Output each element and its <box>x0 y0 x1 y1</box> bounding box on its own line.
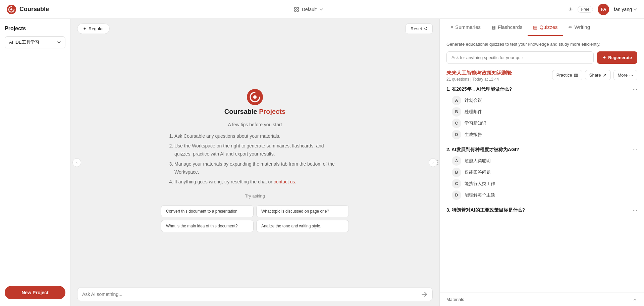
project-dropdown[interactable]: AI IDE工具学习 <box>5 36 65 48</box>
navbar-right: ☀ Free FA fan yang <box>568 4 637 15</box>
chat-input-area <box>70 282 439 306</box>
tab-quizzes[interactable]: ▤ Quizzes <box>528 19 563 36</box>
tips-title: A few tips before you start <box>168 121 342 129</box>
svg-point-1 <box>10 8 12 10</box>
quiz-question-2: 2. AI发展到何种程度才被称为AGI? ··· A 超越人类聪明 B 仅能回答… <box>446 147 637 200</box>
question-1-more-button[interactable]: ··· <box>633 86 637 92</box>
option-circle-c: C <box>452 179 461 188</box>
quiz-search-input[interactable] <box>446 51 594 64</box>
tip-item: Use the Workspace on the right to genera… <box>174 142 342 158</box>
option-circle-c: C <box>452 119 461 128</box>
contact-us-link[interactable]: contact us <box>274 179 295 184</box>
tab-flashcards-label: Flashcards <box>498 24 522 30</box>
option-text-c: 能执行人类工作 <box>465 181 495 187</box>
suggestion-button-2[interactable]: What is the main idea of this document? <box>161 220 254 232</box>
quizzes-icon: ▤ <box>533 25 537 30</box>
flashcards-icon: ▦ <box>491 25 496 30</box>
materials-bar[interactable]: Materials <box>440 293 644 306</box>
option-circle-b: B <box>452 107 461 117</box>
question-2-more-button[interactable]: ··· <box>633 147 637 153</box>
suggestion-button-3[interactable]: Analize the tone and writing style. <box>256 220 349 232</box>
suggestion-button-0[interactable]: Convert this document to a presentation. <box>161 205 254 217</box>
option-item: C 学习新知识 <box>452 119 637 128</box>
svg-rect-5 <box>297 10 299 11</box>
tab-writing-label: Writing <box>575 24 590 30</box>
tips-list: Ask Coursable any questions about your m… <box>168 132 342 186</box>
sidebar: Projects AI IDE工具学习 New Project <box>0 19 70 306</box>
more-ellipsis-icon: ··· <box>629 73 633 78</box>
coursable-logo-area: Coursable Projects <box>224 89 285 116</box>
quiz-question-3: 3. 特朗普对AI的主要政策目标是什么? ··· <box>446 207 637 213</box>
option-item: A 超越人类聪明 <box>452 156 637 166</box>
chat-input-wrapper <box>77 287 433 301</box>
sidebar-bottom: New Project <box>5 286 65 299</box>
tab-summaries[interactable]: ≡ Summaries <box>445 19 486 36</box>
coursable-brand-title: Coursable Projects <box>224 108 285 116</box>
option-circle-a: A <box>452 96 461 105</box>
main-layout: Projects AI IDE工具学习 New Project ✦ Regula… <box>0 19 644 306</box>
svg-point-7 <box>253 95 257 99</box>
send-button[interactable] <box>421 291 428 298</box>
question-1-num: 1. <box>446 86 450 92</box>
navbar: Coursable Default ☀ Free FA fan yang <box>0 0 644 19</box>
materials-chevron-icon <box>633 297 637 302</box>
suggestion-grid: Convert this document to a presentation.… <box>161 205 349 232</box>
regenerate-icon: ✦ <box>602 55 606 60</box>
theme-icon[interactable]: ☀ <box>568 6 573 12</box>
free-badge: Free <box>578 6 593 13</box>
quiz-set-actions: Practice ▦ Share ↗ More ··· <box>552 70 637 80</box>
chat-input[interactable] <box>82 292 418 297</box>
option-item: B 仅能回答问题 <box>452 168 637 177</box>
collapse-right-button[interactable]: › <box>429 158 437 167</box>
option-text-b: 仅能回答问题 <box>465 169 491 175</box>
reset-icon: ↺ <box>424 26 428 31</box>
option-item: B 处理邮件 <box>452 107 637 117</box>
sparkle-icon: ✦ <box>83 26 87 31</box>
send-icon <box>421 291 428 298</box>
svg-rect-2 <box>294 7 296 9</box>
option-text-d: 能理解每个主题 <box>465 192 495 198</box>
quiz-set-meta: 21 questions | Today at 12:44 <box>446 77 512 82</box>
coursable-center-logo <box>247 89 263 105</box>
chat-top-bar: ✦ Regular Reset ↺ <box>70 19 439 39</box>
quiz-set-title[interactable]: 未来人工智能与政策知识测验 <box>446 70 512 76</box>
workspace-icon <box>294 7 299 12</box>
regenerate-button[interactable]: ✦ Regenerate <box>597 51 637 64</box>
option-text-a: 超越人类聪明 <box>465 158 491 164</box>
svg-rect-3 <box>297 7 299 9</box>
avatar: FA <box>598 4 609 15</box>
option-text-c: 学习新知识 <box>465 120 486 126</box>
tab-quizzes-label: Quizzes <box>539 24 557 30</box>
question-2-text: 2. AI发展到何种程度才被称为AGI? <box>446 147 519 153</box>
quiz-set-info: 未来人工智能与政策知识测验 21 questions | Today at 12… <box>446 70 512 82</box>
workspace-name: Default <box>302 7 317 12</box>
quiz-search-bar: ✦ Regenerate <box>446 51 637 64</box>
practice-button[interactable]: Practice ▦ <box>552 70 582 80</box>
materials-label: Materials <box>446 297 464 302</box>
svg-rect-4 <box>294 10 296 11</box>
question-3-num: 3. <box>446 207 450 213</box>
question-3-more-button[interactable]: ··· <box>633 207 637 213</box>
new-project-button[interactable]: New Project <box>5 286 65 299</box>
collapse-left-button[interactable]: ‹ <box>72 158 81 167</box>
project-name: AI IDE工具学习 <box>9 39 39 45</box>
tab-flashcards[interactable]: ▦ Flashcards <box>486 19 528 36</box>
suggestion-button-1[interactable]: What topic is discussed on page one? <box>256 205 349 217</box>
quiz-panel-content: Generate educational quizzes to test you… <box>440 36 644 293</box>
question-1-options: A 计划会议 B 处理邮件 C 学习新知识 D 生成报告 <box>446 96 637 139</box>
tip-item: Ask Coursable any questions about your m… <box>174 132 342 140</box>
reset-button[interactable]: Reset ↺ <box>406 24 433 34</box>
tip-item: Manage your materials by expanding the m… <box>174 160 342 176</box>
share-button[interactable]: Share ↗ <box>585 70 611 80</box>
practice-grid-icon: ▦ <box>574 73 578 78</box>
option-item: D 生成报告 <box>452 130 637 139</box>
more-button[interactable]: More ··· <box>613 70 637 80</box>
username[interactable]: fan yang <box>614 7 637 12</box>
tip-item: If anything goes wrong, try resetting th… <box>174 178 342 186</box>
option-circle-b: B <box>452 168 461 177</box>
chat-area: ✦ Regular Reset ↺ ‹ › <box>70 19 439 306</box>
tab-writing[interactable]: ✏ Writing <box>563 19 595 36</box>
summaries-icon: ≡ <box>450 25 453 30</box>
workspace-selector[interactable]: Default <box>294 7 323 12</box>
regular-button[interactable]: ✦ Regular <box>77 24 110 34</box>
